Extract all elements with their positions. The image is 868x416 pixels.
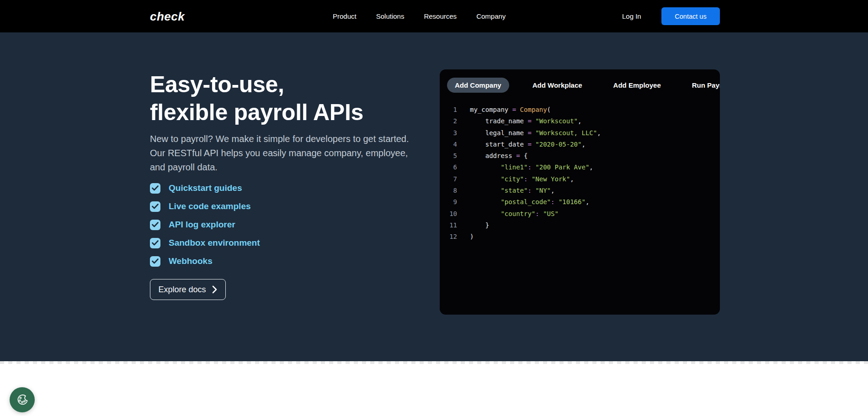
hero-heading-line2: flexible payroll APIs [150, 100, 363, 125]
hero-section: Easy-to-use,flexible payroll APIs New to… [0, 32, 868, 361]
nav-item-resources[interactable]: Resources [424, 12, 457, 20]
hero-heading-line1: Easy-to-use, [150, 72, 284, 97]
checkmark-icon [152, 185, 159, 191]
code-line: 7 "city": "New York", [440, 174, 720, 185]
checked-checkbox [150, 256, 160, 267]
code-text: trade_name = "Workscout", [457, 116, 581, 127]
code-line: 4 start_date = "2020-05-20", [440, 139, 720, 150]
code-text: address = { [457, 150, 527, 162]
nav-item-solutions[interactable]: Solutions [376, 12, 405, 20]
line-number: 2 [440, 116, 457, 127]
nav-links: ProductSolutionsResourcesCompany [333, 0, 506, 32]
feature-label: Sandbox environment [169, 238, 260, 248]
checked-checkbox [150, 201, 160, 212]
feature-list: Quickstart guidesLive code examplesAPI l… [150, 179, 260, 270]
line-number: 5 [440, 150, 457, 162]
check-logo[interactable]: check [150, 10, 185, 24]
code-line: 2 trade_name = "Workscout", [440, 116, 720, 127]
hero-heading: Easy-to-use,flexible payroll APIs [150, 71, 363, 126]
tab-run-payroll[interactable]: Run Payroll [684, 78, 720, 93]
checkmark-icon [152, 204, 159, 209]
explore-docs-label: Explore docs [158, 285, 206, 295]
code-text: my_company = Company( [457, 104, 551, 116]
nav-item-product[interactable]: Product [333, 12, 357, 20]
code-line: 8 "state": "NY", [440, 185, 720, 196]
hero-description: New to payroll? We make it simple for de… [150, 132, 419, 174]
checkmark-icon [152, 222, 159, 227]
explore-docs-button[interactable]: Explore docs [150, 279, 226, 300]
feature-label: Webhooks [169, 256, 213, 266]
code-line: 3 legal_name = "Workscout, LLC", [440, 127, 720, 139]
code-line: 10 "country": "US" [440, 208, 720, 220]
code-text: "state": "NY", [457, 185, 554, 196]
code-text: "postal_code": "10166", [457, 196, 589, 208]
code-text: legal_name = "Workscout, LLC", [457, 127, 601, 139]
code-text: ) [457, 231, 474, 242]
feature-label: Live code examples [169, 201, 251, 211]
code-example-panel: Add CompanyAdd WorkplaceAdd EmployeeRun … [440, 69, 720, 315]
feature-item: API log explorer [150, 216, 260, 234]
perforation-divider [0, 361, 868, 364]
cookie-icon [15, 392, 30, 408]
feature-label: Quickstart guides [169, 183, 242, 193]
code-text: start_date = "2020-05-20", [457, 139, 586, 150]
navbar: check ProductSolutionsResourcesCompany L… [0, 0, 868, 32]
nav-item-company[interactable]: Company [476, 12, 506, 20]
line-number: 9 [440, 196, 457, 208]
code-line: 11 } [440, 220, 720, 231]
code-area: 1my_company = Company(2 trade_name = "Wo… [440, 104, 720, 243]
chevron-right-icon [212, 285, 218, 294]
code-text: "line1": "200 Park Ave", [457, 162, 593, 173]
feature-label: API log explorer [169, 220, 235, 230]
tab-add-employee[interactable]: Add Employee [606, 78, 669, 93]
line-number: 7 [440, 174, 457, 185]
checked-checkbox [150, 238, 160, 248]
code-text: "city": "New York", [457, 174, 574, 185]
line-number: 6 [440, 162, 457, 173]
code-text: "country": "US" [457, 208, 559, 220]
tab-add-workplace[interactable]: Add Workplace [525, 78, 590, 93]
checked-checkbox [150, 220, 160, 230]
line-number: 4 [440, 139, 457, 150]
line-number: 1 [440, 104, 457, 116]
contact-us-button[interactable]: Contact us [661, 7, 720, 25]
code-line: 1my_company = Company( [440, 104, 720, 116]
cookie-consent-button[interactable] [10, 387, 35, 412]
line-number: 10 [440, 208, 457, 220]
code-tabs: Add CompanyAdd WorkplaceAdd EmployeeRun … [440, 69, 720, 93]
next-section [0, 361, 868, 416]
code-line: 6 "line1": "200 Park Ave", [440, 162, 720, 173]
feature-item: Live code examples [150, 197, 260, 216]
tab-add-company[interactable]: Add Company [447, 78, 509, 93]
checked-checkbox [150, 183, 160, 194]
line-number: 8 [440, 185, 457, 196]
line-number: 11 [440, 220, 457, 231]
feature-item: Quickstart guides [150, 179, 260, 197]
line-number: 3 [440, 127, 457, 139]
log-in-link[interactable]: Log In [622, 0, 641, 32]
checkmark-icon [152, 258, 159, 264]
feature-item: Sandbox environment [150, 234, 260, 252]
code-line: 9 "postal_code": "10166", [440, 196, 720, 208]
code-text: } [457, 220, 489, 231]
feature-item: Webhooks [150, 252, 260, 270]
code-line: 12) [440, 231, 720, 242]
checkmark-icon [152, 240, 159, 246]
code-line: 5 address = { [440, 150, 720, 162]
line-number: 12 [440, 231, 457, 242]
